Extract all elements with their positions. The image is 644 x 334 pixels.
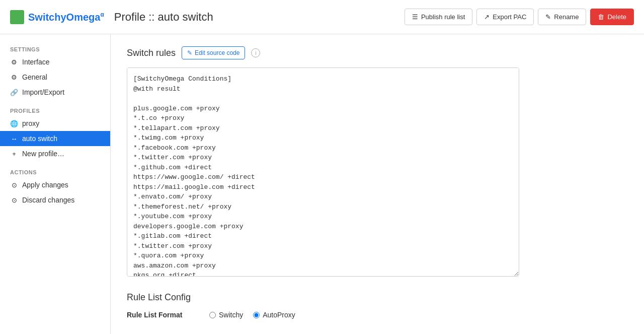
plus-icon: +	[10, 150, 18, 158]
app-alpha: α	[100, 11, 104, 18]
delete-button[interactable]: 🗑 Delete	[590, 9, 634, 25]
rule-list-config: Rule List Config Rule List Format Switch…	[127, 292, 628, 319]
switch-rules-title: Switch rules	[127, 48, 176, 58]
logo-icon	[10, 10, 24, 24]
switch-rules-editor[interactable]	[127, 68, 519, 277]
sidebar-item-new-profile[interactable]: + New profile…	[0, 146, 110, 161]
publish-button[interactable]: ☰ Publish rule list	[405, 9, 472, 25]
app-name: SwitchyOmegaα	[28, 11, 104, 23]
apply-icon: ⊙	[10, 181, 18, 189]
delete-label: Delete	[607, 13, 626, 21]
actions-section-label: ACTIONS	[0, 165, 110, 177]
profiles-section-label: PROFILES	[0, 104, 110, 116]
sidebar-item-interface[interactable]: ⚙ Interface	[0, 54, 110, 70]
sidebar: SETTINGS ⚙ Interface ⚙ General 🔗 Import/…	[0, 34, 111, 334]
autoproxy-label: AutoProxy	[263, 311, 295, 319]
apply-changes-button[interactable]: ⊙ Apply changes	[0, 177, 110, 192]
sidebar-item-general[interactable]: ⚙ General	[0, 70, 110, 85]
edit-icon: ✎	[545, 13, 551, 21]
publish-label: Publish rule list	[421, 13, 465, 21]
sidebar-item-label: Import/Export	[22, 88, 64, 96]
link-icon: 🔗	[10, 89, 18, 96]
discard-icon: ⊙	[10, 196, 18, 204]
edit-source-button[interactable]: ✎ Edit source code	[182, 46, 245, 59]
edit-icon: ✎	[187, 49, 192, 56]
trash-icon: 🗑	[598, 13, 604, 21]
sidebar-item-label: Interface	[22, 58, 49, 66]
edit-source-label: Edit source code	[195, 49, 239, 56]
format-label: Rule List Format	[127, 311, 197, 319]
switchy-label: Switchy	[219, 311, 243, 319]
rule-list-format-row: Rule List Format Switchy AutoProxy	[127, 311, 628, 319]
header: SwitchyOmegaα Profile :: auto switch ☰ P…	[0, 0, 644, 34]
switchy-radio[interactable]	[209, 312, 216, 318]
body-wrap: SETTINGS ⚙ Interface ⚙ General 🔗 Import/…	[0, 34, 644, 334]
info-icon[interactable]: i	[251, 48, 260, 57]
app-name-text: SwitchyOmega	[28, 11, 100, 22]
sidebar-item-import-export[interactable]: 🔗 Import/Export	[0, 85, 110, 100]
sidebar-item-label: General	[22, 73, 47, 81]
sidebar-item-label: proxy	[22, 119, 39, 127]
discard-changes-label: Discard changes	[22, 196, 74, 204]
switch-icon: ↔	[10, 135, 18, 143]
list-icon: ☰	[412, 13, 418, 21]
rule-list-config-title: Rule List Config	[127, 292, 628, 303]
format-radio-group: Switchy AutoProxy	[209, 311, 295, 319]
export-pac-button[interactable]: ↗ Export PAC	[476, 9, 534, 25]
globe-icon: 🌐	[10, 120, 18, 127]
sidebar-item-label: auto switch	[22, 135, 57, 143]
settings-section-label: SETTINGS	[0, 42, 110, 54]
header-actions: ☰ Publish rule list ↗ Export PAC ✎ Renam…	[405, 9, 634, 25]
gear-icon: ⚙	[10, 74, 18, 81]
export-label: Export PAC	[493, 13, 526, 21]
sidebar-item-proxy[interactable]: 🌐 proxy	[0, 116, 110, 131]
autoproxy-option[interactable]: AutoProxy	[253, 311, 295, 319]
rename-button[interactable]: ✎ Rename	[538, 9, 586, 25]
logo: SwitchyOmegaα	[10, 10, 104, 24]
apply-changes-label: Apply changes	[22, 181, 68, 189]
sidebar-item-label: New profile…	[22, 150, 64, 158]
page-title: Profile :: auto switch	[114, 11, 213, 24]
sidebar-item-auto-switch[interactable]: ↔ auto switch	[0, 131, 110, 146]
switch-rules-header: Switch rules ✎ Edit source code i	[127, 46, 628, 59]
discard-changes-button[interactable]: ⊙ Discard changes	[0, 192, 110, 208]
autoproxy-radio[interactable]	[253, 312, 260, 318]
rename-label: Rename	[554, 13, 579, 21]
export-icon: ↗	[484, 13, 490, 21]
switchy-option[interactable]: Switchy	[209, 311, 243, 319]
main-content: Switch rules ✎ Edit source code i Rule L…	[111, 34, 644, 334]
gear-icon: ⚙	[10, 58, 18, 66]
